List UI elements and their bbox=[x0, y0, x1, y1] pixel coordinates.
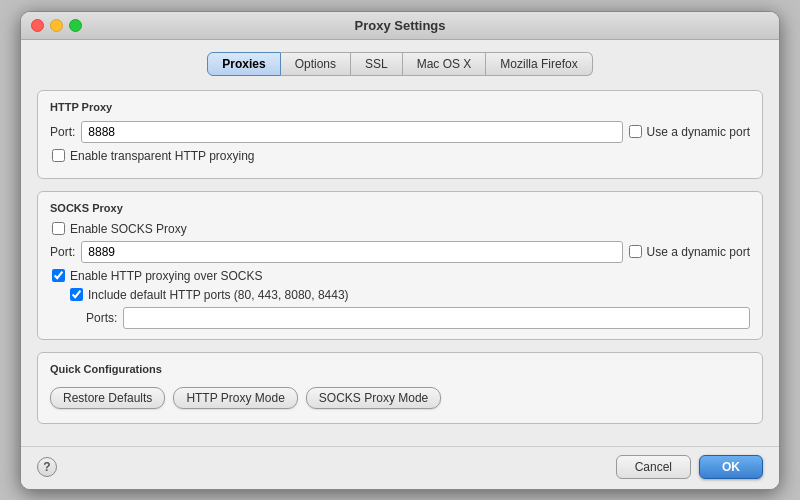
socks-proxy-section: SOCKS Proxy Enable SOCKS Proxy Port: Use… bbox=[37, 191, 763, 340]
http-port-label: Port: bbox=[50, 125, 75, 139]
socks-port-input[interactable] bbox=[81, 241, 622, 263]
socks-default-ports-checkbox[interactable] bbox=[70, 288, 83, 301]
http-proxy-section: HTTP Proxy Port: Use a dynamic port Enab… bbox=[37, 90, 763, 179]
cancel-button[interactable]: Cancel bbox=[616, 455, 691, 479]
proxy-settings-window: Proxy Settings Proxies Options SSL Mac O… bbox=[20, 11, 780, 490]
socks-port-label: Port: bbox=[50, 245, 75, 259]
socks-port-row: Port: Use a dynamic port bbox=[50, 241, 750, 263]
socks-default-ports-row: Include default HTTP ports (80, 443, 808… bbox=[50, 288, 750, 302]
socks-http-over-socks-row: Enable HTTP proxying over SOCKS bbox=[50, 269, 750, 283]
http-proxy-section-label: HTTP Proxy bbox=[50, 101, 750, 113]
http-dynamic-port-checkbox[interactable] bbox=[629, 125, 642, 138]
main-content: Proxies Options SSL Mac OS X Mozilla Fir… bbox=[21, 40, 779, 446]
tab-ssl[interactable]: SSL bbox=[351, 52, 403, 76]
tab-options[interactable]: Options bbox=[281, 52, 351, 76]
http-transparent-label: Enable transparent HTTP proxying bbox=[70, 149, 255, 163]
socks-http-over-socks-checkbox[interactable] bbox=[52, 269, 65, 282]
close-button[interactable] bbox=[31, 19, 44, 32]
socks-ports-input[interactable] bbox=[123, 307, 750, 329]
http-transparent-row: Enable transparent HTTP proxying bbox=[50, 149, 750, 163]
bottom-action-buttons: Cancel OK bbox=[616, 455, 763, 479]
http-port-row: Port: Use a dynamic port bbox=[50, 121, 750, 143]
title-bar-buttons bbox=[31, 19, 82, 32]
quick-config-section: Quick Configurations Restore Defaults HT… bbox=[37, 352, 763, 424]
window-title: Proxy Settings bbox=[354, 18, 445, 33]
http-port-input[interactable] bbox=[81, 121, 622, 143]
quick-config-section-label: Quick Configurations bbox=[50, 363, 750, 375]
http-dynamic-port-label: Use a dynamic port bbox=[647, 125, 750, 139]
socks-dynamic-port-row: Use a dynamic port bbox=[629, 245, 750, 259]
http-transparent-checkbox[interactable] bbox=[52, 149, 65, 162]
ok-button[interactable]: OK bbox=[699, 455, 763, 479]
socks-enable-label: Enable SOCKS Proxy bbox=[70, 222, 187, 236]
maximize-button[interactable] bbox=[69, 19, 82, 32]
bottom-bar: ? Cancel OK bbox=[21, 446, 779, 489]
socks-proxy-section-label: SOCKS Proxy bbox=[50, 202, 750, 214]
http-dynamic-port-row: Use a dynamic port bbox=[629, 125, 750, 139]
http-proxy-mode-button[interactable]: HTTP Proxy Mode bbox=[173, 387, 297, 409]
socks-dynamic-port-label: Use a dynamic port bbox=[647, 245, 750, 259]
tab-proxies[interactable]: Proxies bbox=[207, 52, 280, 76]
socks-http-over-socks-label: Enable HTTP proxying over SOCKS bbox=[70, 269, 263, 283]
tab-firefox[interactable]: Mozilla Firefox bbox=[486, 52, 592, 76]
socks-proxy-mode-button[interactable]: SOCKS Proxy Mode bbox=[306, 387, 441, 409]
socks-enable-row: Enable SOCKS Proxy bbox=[50, 222, 750, 236]
minimize-button[interactable] bbox=[50, 19, 63, 32]
socks-ports-row: Ports: bbox=[50, 307, 750, 329]
socks-default-ports-label: Include default HTTP ports (80, 443, 808… bbox=[88, 288, 349, 302]
socks-dynamic-port-checkbox[interactable] bbox=[629, 245, 642, 258]
tab-macos[interactable]: Mac OS X bbox=[403, 52, 487, 76]
quick-config-buttons: Restore Defaults HTTP Proxy Mode SOCKS P… bbox=[50, 383, 750, 413]
tab-bar: Proxies Options SSL Mac OS X Mozilla Fir… bbox=[37, 52, 763, 76]
socks-enable-checkbox[interactable] bbox=[52, 222, 65, 235]
title-bar: Proxy Settings bbox=[21, 12, 779, 40]
help-button[interactable]: ? bbox=[37, 457, 57, 477]
restore-defaults-button[interactable]: Restore Defaults bbox=[50, 387, 165, 409]
socks-ports-label: Ports: bbox=[86, 311, 117, 325]
